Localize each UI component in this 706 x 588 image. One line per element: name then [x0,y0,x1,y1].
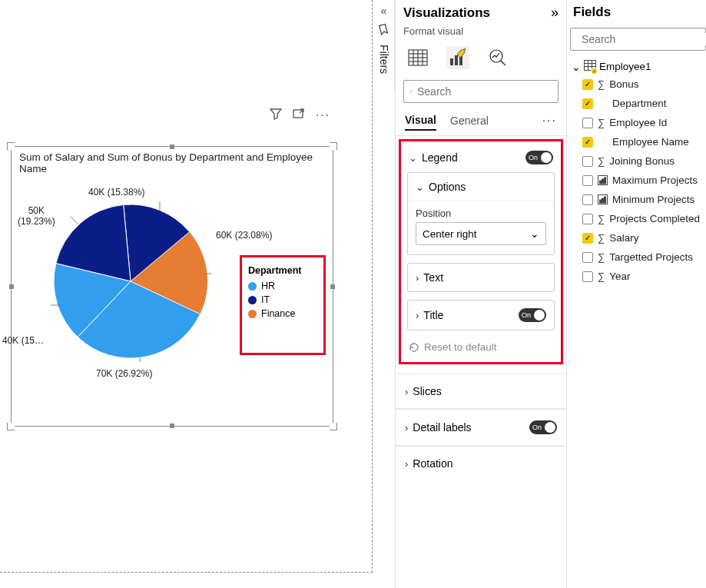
detail-labels-section[interactable]: › Detail labels On [396,409,566,446]
svg-rect-30 [605,178,606,184]
legend-toggle[interactable]: On [525,151,553,164]
field-label: Maximum Projects [612,174,698,186]
field-row[interactable]: ∑Projects Completed [568,209,706,228]
field-label: Projects Completed [609,213,700,224]
focus-mode-icon[interactable] [293,108,305,123]
format-visual-icon[interactable] [446,46,469,69]
field-checkbox[interactable]: ✓ [582,79,593,90]
filter-icon[interactable] [270,108,282,123]
field-row[interactable]: ∑Joining Bonus [568,151,706,171]
mode-icons [396,43,566,80]
rotation-section[interactable]: › Rotation [396,446,566,480]
filters-tab[interactable]: « Filters [373,0,395,92]
slice-label: 60K 60K (23.08%) [216,230,272,241]
slices-section[interactable]: › Slices [396,374,566,409]
title-toggle[interactable]: On [519,308,546,322]
tabs-more-icon[interactable]: ··· [542,114,557,128]
svg-line-17 [501,61,505,65]
field-checkbox[interactable] [582,252,593,263]
visualizations-panel: Visualizations » Format visual [395,0,567,588]
sigma-icon: ∑ [598,251,605,263]
field-row[interactable]: ✓∑Bonus [568,75,706,94]
sigma-icon: ∑ [598,78,605,90]
field-checkbox[interactable] [582,118,593,128]
field-row[interactable]: ✓Employee Name [568,132,706,151]
sigma-icon: ∑ [598,271,605,282]
legend-format-section: ⌄ Legend On ⌄ Options Position Center ri… [399,139,563,364]
field-checkbox[interactable] [582,156,593,167]
svg-rect-13 [450,58,453,65]
svg-rect-28 [600,181,602,184]
field-row[interactable]: Maximum Projects [568,171,706,190]
more-options-icon[interactable]: ··· [316,108,330,122]
legend-text-card: › Text [407,263,555,292]
field-checkbox[interactable] [582,271,593,282]
build-visual-icon[interactable] [406,46,429,69]
field-checkbox[interactable] [582,175,593,186]
legend-title: Department [248,265,317,276]
fields-title: Fields [568,0,706,28]
text-header[interactable]: › Text [408,264,554,291]
field-row[interactable]: Minimum Projects [568,190,706,209]
field-row[interactable]: ∑Employee Id [568,113,706,132]
chevron-down-icon: ⌄ [530,228,539,240]
field-row[interactable]: ✓Department [568,94,706,113]
tab-visual[interactable]: Visual [405,111,436,131]
legend-item-hr[interactable]: HR [248,281,317,291]
svg-line-3 [71,217,78,224]
field-label: Bonus [609,78,638,90]
legend-title-card: › Title On [407,300,555,331]
fields-search[interactable] [570,28,706,51]
field-row[interactable]: ✓∑Salary [568,228,706,247]
table-node-employee1[interactable]: ⌄ ✓ Employee1 [568,58,706,75]
visual-header: ··· [270,108,330,123]
analytics-icon[interactable] [486,46,509,69]
slice-label: 40K (15.38%) [88,187,144,198]
detail-labels-toggle[interactable]: On [529,420,557,434]
measure-icon [598,194,608,204]
format-search-input[interactable] [417,85,552,98]
chevron-down-icon: ⌄ [572,61,581,73]
reset-to-default[interactable]: Reset to default [401,338,561,357]
svg-point-16 [490,50,502,62]
svg-rect-14 [455,55,458,65]
svg-rect-32 [600,200,602,203]
expand-icon[interactable]: » [551,5,559,21]
field-checkbox[interactable] [582,214,593,224]
position-select[interactable]: Center right ⌄ [416,222,546,245]
fields-panel: Fields ⌄ ✓ Employee1 ✓∑Bonus✓Department∑… [568,0,706,588]
format-search[interactable] [403,80,559,103]
field-label: Year [609,271,630,282]
chevron-right-icon: › [405,386,408,397]
collapse-icon: « [373,5,394,17]
svg-point-18 [410,91,412,92]
field-label: Salary [609,232,638,244]
chevron-down-icon: ⌄ [409,152,417,164]
field-label: Joining Bonus [609,155,675,167]
legend-item-it[interactable]: IT [248,294,317,305]
report-canvas[interactable]: « Filters ··· Sum of [0,0,373,573]
field-label: Employee Id [609,117,667,128]
title-header[interactable]: › Title On [408,301,554,330]
filters-label: Filters [378,45,390,74]
legend-options-card: ⌄ Options Position Center right ⌄ [407,172,555,255]
field-row[interactable]: ∑Targetted Projects [568,247,706,267]
legend-item-finance[interactable]: Finance [248,308,317,319]
legend-header[interactable]: ⌄ Legend On [401,141,561,172]
tab-general[interactable]: General [450,111,489,130]
bookmark-icon [373,23,394,38]
slice-label: 40K (15… [2,335,44,346]
options-header[interactable]: ⌄ Options [408,173,554,201]
field-checkbox[interactable] [582,194,593,205]
format-tabs: Visual General ··· [396,111,566,136]
field-checkbox[interactable]: ✓ [582,137,593,148]
field-label: Minimum Projects [612,194,694,205]
field-checkbox[interactable]: ✓ [582,233,593,244]
field-checkbox[interactable]: ✓ [582,98,593,109]
reset-icon [409,342,419,353]
fields-search-input[interactable] [582,33,706,45]
slice-label: 50K (19.23%) [18,205,55,227]
sigma-icon: ∑ [598,213,605,224]
field-label: Department [612,98,667,109]
field-row[interactable]: ∑Year [568,267,706,286]
